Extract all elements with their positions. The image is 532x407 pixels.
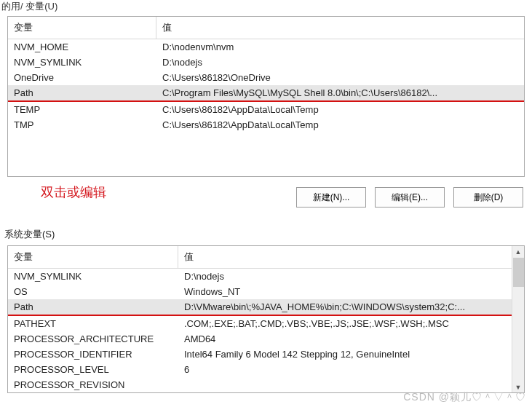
var-value-cell: .COM;.EXE;.BAT;.CMD;.VBS;.VBE;.JS;.JSE;.… [178, 316, 512, 331]
table-row[interactable]: PROCESSOR_LEVEL6 [8, 362, 512, 377]
var-value-cell: 6 [178, 362, 512, 377]
system-vars-label: 系统变量(S) [0, 221, 532, 245]
var-value-cell: D:\nodenvm\nvm [156, 39, 524, 55]
col-header-value[interactable]: 值 [156, 17, 524, 39]
user-vars-table: 变量 值 NVM_HOMED:\nodenvm\nvmNVM_SYMLINKD:… [7, 16, 525, 177]
var-name-cell: NVM_SYMLINK [8, 55, 156, 70]
var-value-cell: C:\Users\86182\OneDrive [156, 70, 524, 85]
var-name-cell: TEMP [8, 102, 156, 117]
table-row[interactable]: TEMPC:\Users\86182\AppData\Local\Temp [8, 102, 524, 117]
var-name-cell: Path [8, 299, 178, 315]
table-row[interactable]: TMPC:\Users\86182\AppData\Local\Temp [8, 117, 524, 133]
user-vars-title-fragment: 的用/ 变量(U) [0, 0, 532, 15]
scroll-down-icon[interactable]: ▼ [513, 382, 524, 392]
table-row[interactable]: OneDriveC:\Users\86182\OneDrive [8, 70, 524, 85]
var-name-cell: NVM_HOME [8, 39, 156, 55]
var-name-cell: TMP [8, 117, 156, 133]
delete-button[interactable]: 删除(D) [453, 187, 523, 208]
col-header-variable[interactable]: 变量 [8, 17, 156, 39]
var-name-cell: OneDrive [8, 70, 156, 85]
var-value-cell: AMD64 [178, 331, 512, 347]
var-name-cell: PROCESSOR_IDENTIFIER [8, 347, 178, 362]
table-row[interactable]: OSWindows_NT [8, 284, 512, 299]
table-row[interactable]: PathD:\VMware\bin\;%JAVA_HOME%\bin;C:\WI… [8, 299, 512, 316]
var-value-cell [178, 377, 512, 392]
var-name-cell: Path [8, 85, 156, 100]
var-value-cell: D:\nodejs [178, 269, 512, 284]
scroll-up-icon[interactable]: ▲ [513, 246, 524, 257]
annotation-double-click: 双击或编辑 [41, 183, 106, 201]
var-value-cell: D:\VMware\bin\;%JAVA_HOME%\bin;C:\WINDOW… [178, 299, 512, 315]
user-vars-header: 变量 值 [8, 17, 524, 39]
var-value-cell: D:\nodejs [156, 55, 524, 70]
table-row[interactable]: PATHEXT.COM;.EXE;.BAT;.CMD;.VBS;.VBE;.JS… [8, 316, 512, 331]
table-row[interactable]: PathC:\Program Files\MySQL\MySQL Shell 8… [8, 85, 524, 102]
scrollbar[interactable]: ▲ ▼ [512, 246, 524, 392]
var-name-cell: PROCESSOR_REVISION [8, 377, 178, 392]
new-button[interactable]: 新建(N)... [296, 187, 366, 208]
col-header-value[interactable]: 值 [178, 246, 512, 268]
table-row[interactable]: PROCESSOR_IDENTIFIERIntel64 Family 6 Mod… [8, 347, 512, 362]
var-value-cell: C:\Users\86182\AppData\Local\Temp [156, 117, 524, 133]
table-row[interactable]: NVM_HOMED:\nodenvm\nvm [8, 39, 524, 55]
var-name-cell: NVM_SYMLINK [8, 269, 178, 284]
scroll-thumb[interactable] [513, 258, 524, 287]
var-name-cell: PROCESSOR_LEVEL [8, 362, 178, 377]
var-value-cell: Intel64 Family 6 Model 142 Stepping 12, … [178, 347, 512, 362]
var-name-cell: PATHEXT [8, 316, 178, 331]
table-row[interactable]: NVM_SYMLINKD:\nodejs [8, 55, 524, 70]
var-value-cell: C:\Program Files\MySQL\MySQL Shell 8.0\b… [156, 85, 524, 100]
system-vars-table: 变量 值 NVM_SYMLINKD:\nodejsOSWindows_NTPat… [7, 245, 525, 393]
system-vars-header: 变量 值 [8, 246, 512, 269]
var-name-cell: OS [8, 284, 178, 299]
table-row[interactable]: PROCESSOR_REVISION [8, 377, 512, 392]
var-value-cell: Windows_NT [178, 284, 512, 299]
col-header-variable[interactable]: 变量 [8, 246, 178, 268]
table-row[interactable]: PROCESSOR_ARCHITECTUREAMD64 [8, 331, 512, 347]
edit-button[interactable]: 编辑(E)... [375, 187, 445, 208]
table-row[interactable]: NVM_SYMLINKD:\nodejs [8, 269, 512, 284]
var-value-cell: C:\Users\86182\AppData\Local\Temp [156, 102, 524, 117]
var-name-cell: PROCESSOR_ARCHITECTURE [8, 331, 178, 347]
